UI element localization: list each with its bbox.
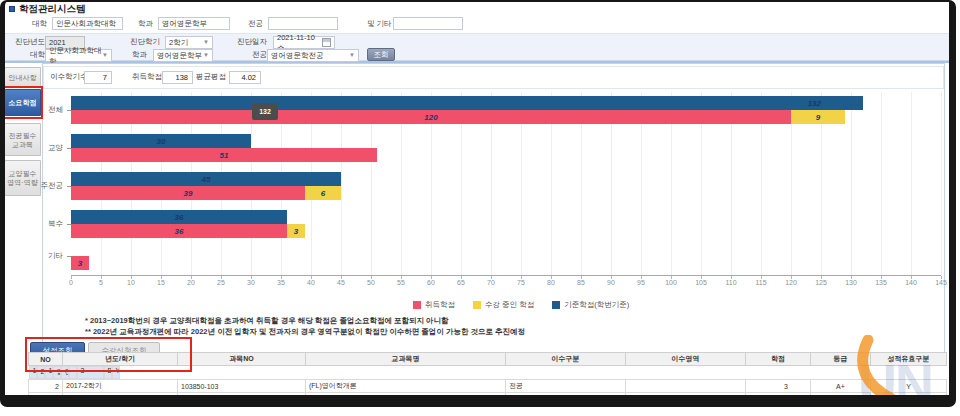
table-row[interactable]: 22017-2학기103850-103(FL)영어학개론전공3A+Y bbox=[29, 380, 947, 393]
bar-standard-credits[interactable]: 30 bbox=[71, 134, 251, 148]
axis-tick-label: 140 bbox=[901, 279, 921, 286]
table-cell bbox=[626, 380, 746, 393]
bar-inprogress-credits[interactable]: 9 bbox=[791, 110, 845, 124]
bar-earned-credits[interactable]: 120 bbox=[71, 110, 791, 124]
table-cell: A+ bbox=[811, 393, 871, 406]
bar-earned-credits[interactable]: 36 bbox=[71, 224, 287, 238]
column-header[interactable]: 과목NO bbox=[178, 353, 306, 366]
column-header[interactable]: 교과목명 bbox=[306, 353, 506, 366]
bar-inprogress-credits[interactable]: 6 bbox=[305, 186, 341, 200]
table-cell: A+ bbox=[811, 380, 871, 393]
table-cell: 3 bbox=[746, 380, 811, 393]
x-axis-line bbox=[71, 275, 941, 276]
axis-tick-label: 115 bbox=[751, 279, 771, 286]
bar-standard-credits[interactable]: 36 bbox=[71, 210, 287, 224]
page: 학점관리시스템 대학 인문사회과학대학 학과 영어영문학부 전공 및 기타 진단… bbox=[0, 0, 960, 416]
axis-tick-label: 95 bbox=[631, 279, 651, 286]
axis-tick-label: 110 bbox=[721, 279, 741, 286]
table-cell: Y bbox=[871, 393, 947, 406]
column-header[interactable]: 이수영역 bbox=[626, 353, 746, 366]
axis-tick-label: 125 bbox=[811, 279, 831, 286]
column-header[interactable]: 등급 bbox=[811, 353, 871, 366]
axis-tick-label: 15 bbox=[151, 279, 171, 286]
note-2: ** 2022년 교육과정개편에 따라 2022년 이전 입학자 및 전과자의 … bbox=[85, 327, 525, 337]
category-label: 기타 bbox=[25, 251, 63, 261]
table-cell: 103850-103 bbox=[178, 380, 306, 393]
legend-swatch-icon bbox=[413, 301, 421, 309]
bar-standard-credits[interactable]: 132 bbox=[71, 96, 863, 110]
axis-tick-label: 20 bbox=[181, 279, 201, 286]
axis-tick-label: 0 bbox=[61, 279, 81, 286]
axis-tick-label: 25 bbox=[211, 279, 231, 286]
legend-label: 기준학점(학번기준) bbox=[564, 300, 629, 310]
axis-tick-label: 40 bbox=[301, 279, 321, 286]
table-cell: 103761-101 bbox=[45, 366, 53, 379]
category-label: 주전공 bbox=[25, 181, 63, 191]
axis-tick-label: 130 bbox=[841, 279, 861, 286]
table-cell: 3 bbox=[746, 393, 811, 406]
axis-tick-label: 80 bbox=[541, 279, 561, 286]
table-cell: B+ bbox=[104, 366, 112, 379]
table-cell: 3 bbox=[29, 393, 63, 406]
table-cell: Y bbox=[871, 380, 947, 393]
axis-tick-label: 35 bbox=[271, 279, 291, 286]
axis-tick-label: 90 bbox=[601, 279, 621, 286]
axis-tick-label: 75 bbox=[511, 279, 531, 286]
table-cell bbox=[626, 393, 746, 406]
gridline bbox=[941, 92, 942, 275]
table-row[interactable]: 12017-1학기103761-101영문학개론전공3B+Y bbox=[29, 366, 63, 379]
bar-inprogress-credits[interactable]: 3 bbox=[287, 224, 305, 238]
axis-tick-label: 70 bbox=[481, 279, 501, 286]
column-header[interactable]: 년도/학기 bbox=[63, 353, 178, 366]
legend-label: 취득학점 bbox=[425, 300, 455, 310]
gridline bbox=[851, 92, 852, 275]
column-header[interactable]: NO bbox=[29, 353, 63, 366]
table-cell: 103818-103 bbox=[178, 393, 306, 406]
table-cell: 2017-1학기 bbox=[37, 366, 45, 379]
note-1: * 2013~2019학번의 경우 교양최대학점을 초과하여 취득할 경우 해당… bbox=[85, 316, 449, 326]
axis-tick-label: 60 bbox=[421, 279, 441, 286]
table-cell: 2017-2학기 bbox=[63, 380, 178, 393]
axis-tick-label: 145 bbox=[931, 279, 951, 286]
bar-earned-credits[interactable]: 39 bbox=[71, 186, 305, 200]
axis-tick-label: 30 bbox=[241, 279, 261, 286]
chart-legend: 취득학점수강 중인 학점기준학점(학번기준) bbox=[413, 300, 629, 310]
gridline bbox=[911, 92, 912, 275]
axis-tick-label: 5 bbox=[91, 279, 111, 286]
table-cell: 전공 bbox=[506, 380, 626, 393]
table-cell: 전공 bbox=[506, 393, 626, 406]
table-cell: 1 bbox=[29, 366, 37, 379]
table-cell: 전공 bbox=[61, 366, 69, 379]
column-header[interactable]: 성적유효구분 bbox=[871, 353, 947, 366]
table-cell: (FL)중급영어회화 II bbox=[306, 393, 506, 406]
table-cell bbox=[69, 366, 77, 379]
chart-tooltip: 132 bbox=[252, 103, 278, 120]
table-cell: Y bbox=[112, 366, 120, 379]
legend-swatch-icon bbox=[473, 301, 481, 309]
legend-swatch-icon bbox=[552, 301, 560, 309]
axis-tick-label: 135 bbox=[871, 279, 891, 286]
axis-tick-label: 85 bbox=[571, 279, 591, 286]
legend-item: 수강 중인 학점 bbox=[473, 300, 534, 310]
table-cell: 2018-1학기 bbox=[63, 393, 178, 406]
bar-standard-credits[interactable]: 45 bbox=[71, 172, 341, 186]
table-row[interactable]: 32018-1학기103818-103(FL)중급영어회화 II전공3A+Y bbox=[29, 393, 947, 406]
column-header[interactable]: 학점 bbox=[746, 353, 811, 366]
bar-earned-credits[interactable]: 51 bbox=[71, 148, 377, 162]
axis-tick-label: 120 bbox=[781, 279, 801, 286]
category-label: 전체 bbox=[25, 105, 63, 115]
axis-tick-label: 65 bbox=[451, 279, 471, 286]
axis-tick-label: 10 bbox=[121, 279, 141, 286]
table-header-row: NO년도/학기과목NO교과목명이수구분이수영역학점등급성적유효구분 bbox=[29, 353, 947, 366]
category-label: 교양 bbox=[25, 143, 63, 153]
axis-tick-label: 105 bbox=[691, 279, 711, 286]
column-header[interactable]: 이수구분 bbox=[506, 353, 626, 366]
legend-label: 수강 중인 학점 bbox=[485, 300, 534, 310]
bar-earned-credits[interactable]: 3 bbox=[71, 256, 89, 270]
legend-item: 기준학점(학번기준) bbox=[552, 300, 629, 310]
axis-tick-label: 55 bbox=[391, 279, 411, 286]
grade-table: NO년도/학기과목NO교과목명이수구분이수영역학점등급성적유효구분12017-1… bbox=[28, 352, 947, 406]
table-cell: 3 bbox=[77, 366, 104, 379]
table-cell: (FL)영어학개론 bbox=[306, 380, 506, 393]
axis-tick-label: 100 bbox=[661, 279, 681, 286]
